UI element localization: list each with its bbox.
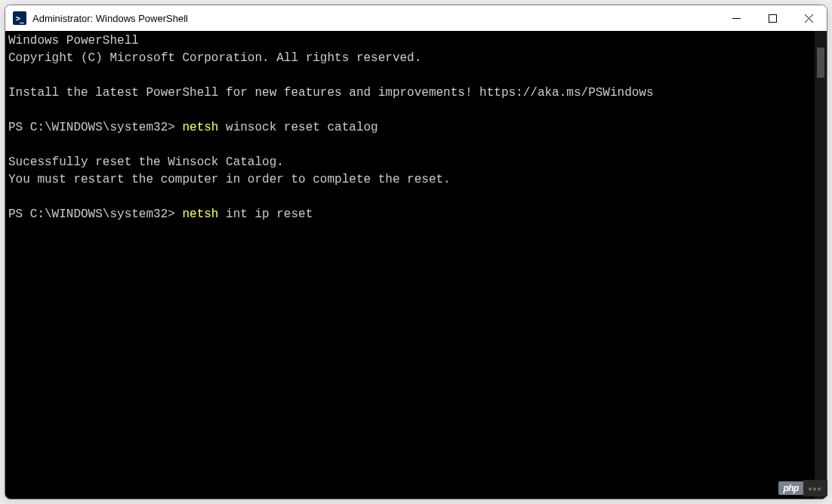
window-controls <box>718 5 827 31</box>
output-blank <box>8 67 812 85</box>
output-line: Sucessfully reset the Winsock Catalog. <box>8 154 812 171</box>
maximize-button[interactable] <box>754 5 790 31</box>
titlebar[interactable]: >_ Administrator: Windows PowerShell <box>5 5 827 31</box>
prompt: PS C:\WINDOWS\system32> <box>8 207 182 221</box>
output-line: Copyright (C) Microsoft Corporation. All… <box>8 50 812 67</box>
output-blank <box>8 137 812 154</box>
command-args: winsock reset catalog <box>218 121 377 134</box>
output-blank <box>8 102 812 119</box>
command-line: PS C:\WINDOWS\system32> netsh winsock re… <box>8 119 812 137</box>
powershell-icon: >_ <box>13 11 26 25</box>
output-line: Install the latest PowerShell for new fe… <box>8 85 812 102</box>
command-args: int ip reset <box>218 207 313 221</box>
terminal-output[interactable]: Windows PowerShellCopyright (C) Microsof… <box>5 31 815 499</box>
watermark: php ●●● <box>778 480 827 496</box>
powershell-window: >_ Administrator: Windows PowerShell Win… <box>5 5 827 499</box>
output-line: You must restart the computer in order t… <box>8 171 812 189</box>
window-title: Administrator: Windows PowerShell <box>32 13 718 24</box>
terminal-container: Windows PowerShellCopyright (C) Microsof… <box>5 31 827 499</box>
command-keyword: netsh <box>182 121 218 134</box>
command-keyword: netsh <box>182 207 218 221</box>
svg-rect-1 <box>769 14 776 22</box>
output-line: Windows PowerShell <box>8 32 812 50</box>
vertical-scrollbar[interactable] <box>815 31 827 499</box>
prompt: PS C:\WINDOWS\system32> <box>8 121 182 134</box>
minimize-icon <box>732 14 741 23</box>
close-button[interactable] <box>790 5 827 31</box>
close-icon <box>805 14 813 23</box>
output-blank <box>8 189 812 206</box>
watermark-badge: php <box>778 481 803 495</box>
watermark-tail: ●●● <box>803 480 827 496</box>
maximize-icon <box>769 14 777 23</box>
powershell-icon-glyph: >_ <box>16 14 23 23</box>
minimize-button[interactable] <box>718 5 754 31</box>
command-line: PS C:\WINDOWS\system32> netsh int ip res… <box>8 206 812 223</box>
scroll-thumb[interactable] <box>817 48 824 78</box>
